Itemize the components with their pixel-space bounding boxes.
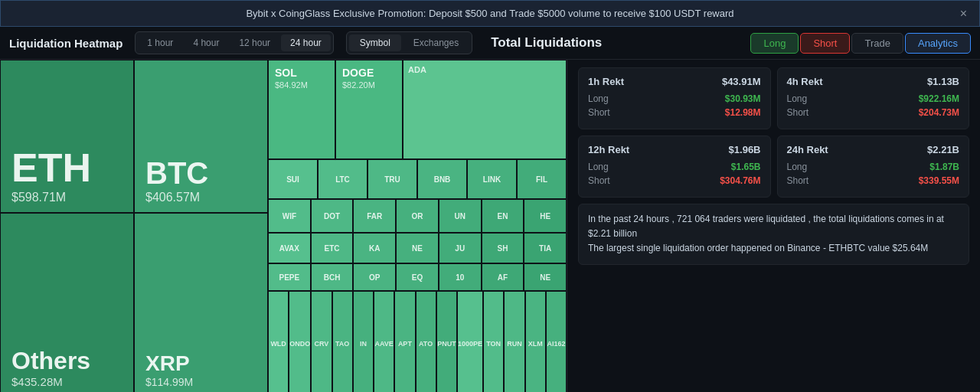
banner-text: Bybit x CoingGlass Exclusive Promotion: … — [246, 8, 733, 19]
stat-12h-header: 12h Rekt $1.96B — [588, 144, 761, 155]
cell-tia: TIA — [524, 233, 567, 263]
stat-12h-long-row: Long $1.65B — [588, 162, 761, 172]
stat-24h-period: 24h Rekt — [787, 144, 828, 155]
stats-panel: 1h Rekt $43.91M Long $30.93M Short $12.9… — [567, 60, 980, 392]
cell-tao: TAO — [332, 291, 353, 392]
stat-1h-long-label: Long — [588, 93, 609, 104]
cell-apt: APT — [394, 291, 415, 392]
tab-analytics[interactable]: Analytics — [905, 33, 971, 54]
stat-12h-short-label: Short — [588, 175, 610, 186]
row-bot: WLD ONDO CRV TAO IN AAVE APT ATO PNUT 10… — [268, 291, 567, 392]
tab-12hour[interactable]: 12 hour — [230, 34, 279, 51]
cell-others: Others $435.28M — [0, 213, 134, 392]
stat-1h-long-value: $30.93M — [725, 93, 761, 104]
cell-bch: BCH — [311, 263, 354, 291]
doge-label: DOGE — [342, 67, 396, 79]
stat-4h-short-row: Short $204.73M — [787, 107, 960, 118]
row-mid4: PEPE BCH OP EQ 10 AF NE — [268, 263, 567, 291]
tab-short[interactable]: Short — [800, 33, 850, 54]
tab-long[interactable]: Long — [750, 33, 799, 54]
cell-btc: BTC $406.57M — [134, 60, 268, 213]
eth-value: $598.71M — [11, 191, 122, 204]
xrp-label: XRP — [145, 351, 256, 376]
stat-24h-long-label: Long — [787, 162, 808, 172]
eth-label: ETH — [11, 148, 122, 188]
cell-ltc: LTC — [318, 159, 368, 199]
summary-text: In the past 24 hours , 721 064 traders w… — [588, 214, 944, 253]
stat-12h-long-value: $1.65B — [731, 162, 761, 172]
cell-eq: EQ — [396, 263, 439, 291]
tab-exchanges[interactable]: Exchanges — [403, 34, 469, 51]
tab-1hour[interactable]: 1 hour — [138, 34, 182, 51]
main-content: ETH $598.71M Others $435.28M BTC $406.57… — [0, 60, 980, 392]
page-title: Total Liquidations — [491, 35, 602, 51]
cell-bnb: BNB — [417, 159, 467, 199]
cell-avax: AVAX — [268, 233, 311, 263]
stat-24h-short-value: $339.55M — [919, 175, 959, 186]
cell-etc: ETC — [311, 233, 354, 263]
cell-sui: SUI — [268, 159, 318, 199]
stat-1h-short-value: $12.98M — [725, 107, 761, 118]
col-eth: ETH $598.71M Others $435.28M — [0, 60, 134, 392]
cell-tru: TRU — [368, 159, 417, 199]
stat-4h-long-row: Long $922.16M — [787, 93, 960, 104]
promo-banner: Bybit x CoingGlass Exclusive Promotion: … — [0, 0, 980, 27]
tab-4hour[interactable]: 4 hour — [184, 34, 228, 51]
stat-4h: 4h Rekt $1.13B Long $922.16M Short $204.… — [777, 67, 970, 129]
stat-4h-header: 4h Rekt $1.13B — [787, 76, 960, 87]
cell-in: IN — [353, 291, 374, 392]
stat-1h-header: 1h Rekt $43.91M — [588, 76, 761, 87]
cell-wld: WLD — [268, 291, 289, 392]
stat-24h-long-row: Long $1.87B — [787, 162, 960, 172]
btc-value: $406.57M — [145, 191, 256, 204]
cell-far: FAR — [353, 199, 396, 233]
stat-12h-short-row: Short $304.76M — [588, 175, 761, 186]
cell-op: OP — [353, 263, 396, 291]
cell-run: RUN — [504, 291, 524, 392]
cell-eth: ETH $598.71M — [0, 60, 134, 213]
stat-24h-long-value: $1.87B — [929, 162, 959, 172]
row-mid1: SUI LTC TRU BNB LINK FIL — [268, 159, 567, 199]
cell-he: HE — [524, 199, 567, 233]
stat-4h-short-label: Short — [787, 107, 809, 118]
filter-tabs: Symbol Exchanges — [346, 31, 472, 54]
tab-symbol[interactable]: Symbol — [349, 34, 401, 51]
cell-aave: AAVE — [374, 291, 394, 392]
cell-1000pe: 1000PE — [457, 291, 483, 392]
stat-12h-short-value: $304.76M — [720, 175, 760, 186]
cell-or: OR — [396, 199, 439, 233]
stat-24h-short-row: Short $339.55M — [787, 175, 960, 186]
tab-trade[interactable]: Trade — [851, 33, 903, 54]
cell-ka: KA — [353, 233, 396, 263]
cell-un: UN — [439, 199, 482, 233]
cell-ondo: ONDO — [289, 291, 311, 392]
stat-24h: 24h Rekt $2.21B Long $1.87B Short $339.5… — [777, 136, 970, 198]
logo: Liquidation Heatmap — [9, 37, 122, 50]
others-label: Others — [11, 347, 122, 375]
cell-sh: SH — [482, 233, 524, 263]
stat-1h-total: $43.91M — [722, 76, 761, 87]
row-top: SOL $84.92M DOGE $82.20M ADA — [268, 60, 567, 159]
tab-24hour[interactable]: 24 hour — [281, 34, 331, 51]
time-tabs: 1 hour 4 hour 12 hour 24 hour — [135, 31, 333, 54]
sol-value: $84.92M — [275, 80, 328, 90]
cell-link: LINK — [467, 159, 517, 199]
stat-1h-period: 1h Rekt — [588, 76, 624, 87]
stat-1h-long-row: Long $30.93M — [588, 93, 761, 104]
cell-10: 10 — [439, 263, 482, 291]
cell-xrp: XRP $114.99M — [134, 213, 268, 392]
cell-af: AF — [482, 263, 524, 291]
stat-24h-total: $2.21B — [927, 144, 959, 155]
heatmap: ETH $598.71M Others $435.28M BTC $406.57… — [0, 60, 567, 392]
cell-ada: ADA — [403, 60, 567, 159]
close-icon[interactable]: × — [960, 7, 967, 21]
cell-crv: CRV — [311, 291, 332, 392]
cell-fil: FIL — [517, 159, 567, 199]
stat-12h-total: $1.96B — [729, 144, 761, 155]
stat-4h-long-label: Long — [787, 93, 808, 104]
stat-4h-total: $1.13B — [927, 76, 959, 87]
stats-grid: 1h Rekt $43.91M Long $30.93M Short $12.9… — [578, 67, 969, 198]
col-right: SOL $84.92M DOGE $82.20M ADA SUI LTC TRU… — [268, 60, 567, 392]
ada-label: ADA — [408, 65, 426, 74]
cell-ju: JU — [439, 233, 482, 263]
